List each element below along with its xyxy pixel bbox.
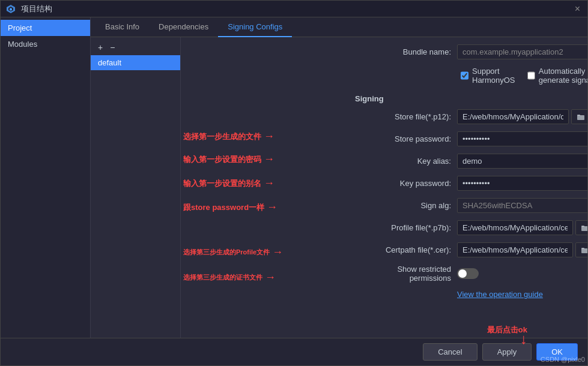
config-list-header: + − <box>91 40 180 55</box>
store-password-input-group: ? <box>457 131 587 146</box>
config-list-item-default[interactable]: default <box>91 55 180 70</box>
folder-icon-2 <box>581 224 587 232</box>
svg-rect-7 <box>581 226 584 227</box>
support-harmonyos-label: Support HarmonyOS <box>472 67 518 85</box>
store-file-row: Store file(*.p12): <box>355 109 587 124</box>
key-password-label: Key password: <box>355 179 451 188</box>
certpath-file-label: Certpath file(*.cer): <box>355 245 451 254</box>
bundle-name-label: Bundle name: <box>355 47 451 56</box>
view-guide-link[interactable]: View the operation guide <box>355 290 587 299</box>
app-logo-icon <box>5 4 16 14</box>
bottom-bar: 最后点击ok ↓ Cancel Apply OK <box>1 338 587 365</box>
sign-alg-label: Sign alg: <box>355 201 451 210</box>
store-file-input-group <box>457 109 587 124</box>
certpath-file-input[interactable] <box>457 242 573 257</box>
store-file-input[interactable] <box>457 109 569 124</box>
certpath-file-row: Certpath file(*.cer): ? <box>355 242 587 257</box>
key-password-input-group: ? <box>457 176 587 191</box>
store-password-label: Store password: <box>355 134 451 143</box>
sidebar-item-project[interactable]: Project <box>1 20 90 36</box>
sign-alg-row: Sign alg: <box>355 198 587 213</box>
store-password-row: Store password: ? <box>355 131 587 146</box>
show-restricted-row: Show restricted permissions <box>355 265 587 283</box>
tab-dependencies[interactable]: Dependencies <box>149 17 218 37</box>
sidebar: Project Modules <box>1 17 91 338</box>
key-alias-row: Key alias: <box>355 154 587 169</box>
support-harmonyos-input[interactable] <box>461 71 468 80</box>
profile-file-row: Profile file(*.p7b): ? <box>355 220 587 235</box>
store-file-browse-button[interactable] <box>571 109 587 124</box>
svg-rect-9 <box>581 248 584 249</box>
config-area: + − default 选择第一步生成的文件 → <box>91 37 587 338</box>
main-window: 项目结构 × Project Modules Basic Info Depend… <box>0 0 588 366</box>
certpath-file-browse-button[interactable] <box>575 242 587 257</box>
remove-config-button[interactable]: − <box>108 42 117 53</box>
auto-generate-label: Automatically generate signature <box>539 67 587 85</box>
title-bar: 项目结构 × <box>1 1 587 17</box>
store-password-input[interactable] <box>457 131 587 146</box>
sidebar-item-modules[interactable]: Modules <box>1 36 90 52</box>
svg-rect-3 <box>577 115 584 120</box>
svg-rect-8 <box>581 248 587 253</box>
tab-basic-info[interactable]: Basic Info <box>95 17 149 37</box>
key-password-input[interactable] <box>457 176 587 191</box>
show-restricted-toggle[interactable] <box>457 268 479 279</box>
form-area: Bundle name: document.querySelector('[da… <box>181 37 587 338</box>
profile-file-browse-button[interactable] <box>575 220 587 235</box>
tab-signing-configs[interactable]: Signing Configs <box>218 17 292 37</box>
profile-file-label: Profile file(*.p7b): <box>355 223 451 232</box>
sign-alg-input <box>457 198 587 213</box>
add-config-button[interactable]: + <box>95 42 105 53</box>
tabs-bar: Basic Info Dependencies Signing Configs <box>91 17 587 37</box>
key-password-row: Key password: ? <box>355 176 587 191</box>
main-panel: Basic Info Dependencies Signing Configs … <box>91 17 587 338</box>
certpath-file-input-group: ? <box>457 242 587 257</box>
auto-generate-input[interactable] <box>527 71 535 80</box>
support-harmonyos-checkbox[interactable]: Support HarmonyOS <box>461 67 518 85</box>
bundle-name-row: Bundle name: document.querySelector('[da… <box>355 44 587 59</box>
key-alias-input[interactable] <box>457 154 587 169</box>
svg-rect-6 <box>581 226 587 231</box>
auto-generate-checkbox[interactable]: Automatically generate signature <box>527 67 587 85</box>
store-file-label: Store file(*.p12): <box>355 112 451 121</box>
config-list: + − default <box>91 37 181 338</box>
toggle-knob <box>458 269 467 278</box>
bundle-name-input[interactable] <box>457 44 587 59</box>
apply-button[interactable]: Apply <box>482 343 532 361</box>
close-button[interactable]: × <box>572 4 583 14</box>
key-alias-label: Key alias: <box>355 157 451 166</box>
folder-icon-3 <box>581 246 587 254</box>
options-row: Support HarmonyOS Automatically generate… <box>355 67 587 85</box>
show-restricted-label: Show restricted permissions <box>355 265 451 283</box>
folder-icon <box>577 113 585 121</box>
profile-file-input[interactable] <box>457 220 573 235</box>
svg-rect-4 <box>577 115 580 116</box>
title-bar-text: 项目结构 <box>21 4 52 14</box>
profile-file-input-group: ? <box>457 220 587 235</box>
watermark: CSDN @pixle0 <box>541 356 585 363</box>
signing-title: Signing <box>355 94 384 103</box>
form-with-annotations: 选择第一步生成的文件 → 输入第一步设置的密码 → 输入第一步设置的别名 → <box>181 37 587 338</box>
content-area: Project Modules Basic Info Dependencies … <box>1 17 587 338</box>
signing-section-header: Signing <box>355 94 587 103</box>
cancel-button[interactable]: Cancel <box>423 343 477 361</box>
